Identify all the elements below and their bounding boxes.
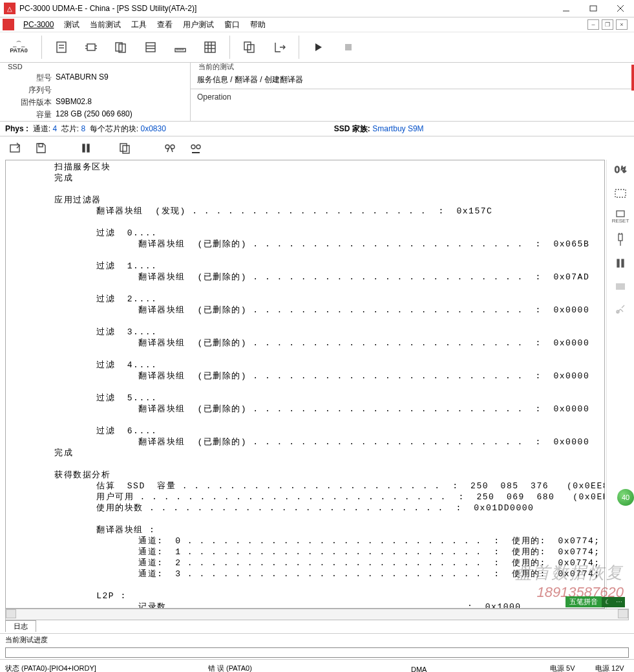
svg-rect-34	[120, 144, 127, 151]
save-file-icon[interactable]	[31, 138, 50, 158]
tool-list-icon[interactable]	[140, 37, 161, 58]
svg-point-39	[196, 145, 200, 149]
fam-value: Smartbuy S9M	[372, 124, 423, 133]
menu-window[interactable]: 窗口	[219, 19, 245, 30]
ch-value: 4	[52, 124, 57, 133]
tool-copy-icon[interactable]	[239, 37, 260, 58]
svg-rect-31	[39, 144, 43, 147]
menu-pc3000[interactable]: PC-3000	[18, 20, 59, 29]
blk-value: 0x0830	[140, 124, 165, 133]
svg-text:0↯: 0↯	[615, 164, 628, 175]
menu-current-test[interactable]: 当前测试	[85, 19, 126, 30]
tool-exit-icon[interactable]	[269, 37, 290, 58]
operation-label: Operation	[191, 91, 634, 103]
ch-label: 通道:	[33, 124, 50, 135]
breadcrumb: 服务信息 / 翻译器 / 创建翻译器	[191, 72, 634, 87]
mdi-minimize[interactable]: –	[587, 19, 599, 30]
svg-rect-44	[618, 234, 622, 241]
side-pause-icon[interactable]	[611, 255, 629, 271]
svg-rect-43	[617, 211, 624, 217]
fw-value: S9BM02.8	[56, 97, 92, 108]
stop-button[interactable]	[338, 37, 359, 58]
tool-ruler-icon[interactable]	[170, 37, 191, 58]
ime-indicator[interactable]: 五笔拼音☾⋯	[565, 596, 625, 607]
side-chip-icon[interactable]	[611, 186, 629, 201]
menu-app-icon	[3, 19, 14, 30]
model-label: 型号	[6, 72, 56, 83]
tool-doc-icon[interactable]	[51, 37, 72, 58]
mdi-restore[interactable]: ❐	[602, 19, 613, 30]
svg-rect-42	[615, 190, 626, 197]
close-button[interactable]	[607, 0, 634, 17]
model-value: SATABURN S9	[56, 72, 109, 83]
side-chip2-icon[interactable]	[611, 279, 629, 294]
blk-label: 每个芯片的块:	[90, 124, 138, 135]
phys-label: Phys :	[5, 124, 28, 133]
status-err-title: 错 误 (PATA0)	[208, 664, 393, 672]
copy2-icon[interactable]	[115, 138, 134, 158]
menu-tools[interactable]: 工具	[126, 19, 152, 30]
svg-rect-50	[616, 283, 625, 290]
svg-rect-49	[622, 259, 624, 267]
open-file-icon[interactable]	[5, 138, 25, 158]
maximize-button[interactable]	[580, 0, 607, 17]
svg-rect-22	[205, 42, 215, 52]
cap-value: 128 GB (250 069 680)	[56, 109, 132, 120]
cap-label: 容量	[6, 109, 56, 120]
fw-label: 固件版本	[6, 97, 56, 108]
find-next-icon[interactable]	[186, 138, 206, 158]
status-pata-title: 状态 (PATA0)-[PIO4+IORDY]	[5, 664, 190, 672]
app-icon: △	[4, 3, 16, 14]
power12-title: 电源 12V	[595, 664, 629, 672]
chip-label: 芯片:	[61, 124, 79, 135]
minimize-button[interactable]	[553, 0, 580, 17]
svg-rect-35	[123, 146, 129, 153]
badge-40: 40	[617, 489, 634, 506]
progress-label: 当前测试进度	[0, 633, 634, 646]
menu-view[interactable]: 查看	[152, 19, 178, 30]
svg-rect-32	[83, 144, 85, 152]
svg-rect-4	[57, 42, 66, 52]
svg-rect-33	[87, 144, 89, 152]
status-dma-title: DMA	[411, 666, 433, 672]
side-plug-icon[interactable]	[611, 232, 629, 248]
menu-user-test[interactable]: 用户测试	[178, 19, 219, 30]
horizontal-scrollbar[interactable]	[5, 609, 629, 620]
tab-log[interactable]: 日志	[5, 620, 36, 632]
fam-label: SSD 家族:	[334, 124, 370, 133]
menu-test[interactable]: 测试	[59, 19, 85, 30]
menu-help[interactable]: 帮助	[245, 19, 271, 30]
pata0-button[interactable]: ⎯⏜⎯PATA0	[5, 37, 32, 58]
svg-rect-30	[10, 145, 19, 152]
power5-title: 电源 5V	[550, 664, 584, 672]
svg-rect-7	[87, 44, 95, 50]
log-output[interactable]: 扫描服务区块 完成 应用过滤器 翻译器块组 (发现) . . . . . . .…	[5, 160, 605, 609]
pause-icon[interactable]	[76, 138, 96, 158]
side-power-icon[interactable]: 0↯	[611, 162, 629, 178]
svg-rect-29	[345, 44, 352, 50]
serial-label: 序列号	[6, 85, 56, 96]
svg-rect-48	[617, 259, 619, 267]
tool-grid-icon[interactable]	[200, 37, 220, 58]
tool-pages-icon[interactable]	[111, 37, 131, 58]
side-settings-icon[interactable]	[611, 302, 629, 318]
right-edge-marker	[631, 65, 634, 91]
play-button[interactable]	[308, 37, 329, 58]
group-current-test: 当前的测试	[196, 63, 237, 70]
find-icon[interactable]	[160, 138, 180, 158]
progress-bar	[5, 647, 629, 658]
group-ssd: SSD	[5, 63, 25, 70]
side-reset-icon[interactable]: RESET	[611, 209, 629, 224]
mdi-close[interactable]: ×	[616, 19, 628, 30]
svg-point-38	[191, 145, 195, 149]
svg-rect-14	[146, 43, 155, 52]
tool-chip-icon[interactable]	[81, 37, 101, 58]
window-title: PC-3000 UDMA-E - China - [PS SSD Utility…	[19, 4, 553, 13]
svg-rect-1	[590, 6, 597, 11]
chip-value: 8	[81, 124, 85, 133]
